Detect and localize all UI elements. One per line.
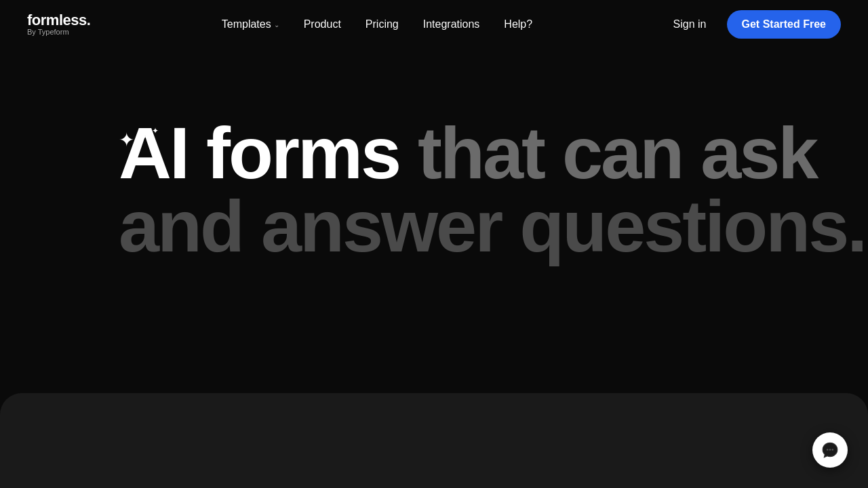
chat-icon	[821, 441, 839, 459]
svg-point-2	[831, 449, 833, 451]
nav-templates[interactable]: Templates ⌄	[212, 13, 289, 36]
hero-line-2: and answer questions.	[119, 190, 827, 263]
hero-text: AI forms that can ask and answer questio…	[119, 117, 827, 263]
hero-line-1: AI forms that can ask	[119, 117, 827, 190]
logo-subtitle: By Typeform	[27, 28, 90, 36]
navbar: formless. By Typeform Templates ⌄ Produc…	[0, 0, 868, 49]
hero-gray-text: that can ask	[399, 112, 816, 194]
svg-point-0	[827, 449, 829, 451]
hero-white-text: AI forms	[119, 112, 399, 194]
logo-name: formless.	[27, 13, 90, 28]
nav-product[interactable]: Product	[294, 13, 351, 36]
nav-integrations[interactable]: Integrations	[414, 13, 490, 36]
chevron-down-icon: ⌄	[274, 21, 279, 28]
logo[interactable]: formless. By Typeform	[27, 13, 90, 36]
nav-right: Sign in Get Started Free	[664, 10, 841, 39]
bottom-panel	[0, 393, 868, 488]
svg-point-1	[829, 449, 831, 451]
hero-section: ✦ ✦ ✦ AI forms that can ask and answer q…	[0, 49, 868, 488]
sign-in-link[interactable]: Sign in	[664, 13, 716, 36]
nav-pricing[interactable]: Pricing	[356, 13, 408, 36]
chat-button[interactable]	[812, 432, 848, 468]
nav-help[interactable]: Help?	[494, 13, 542, 36]
get-started-button[interactable]: Get Started Free	[727, 10, 841, 39]
nav-links: Templates ⌄ Product Pricing Integrations…	[212, 13, 542, 36]
